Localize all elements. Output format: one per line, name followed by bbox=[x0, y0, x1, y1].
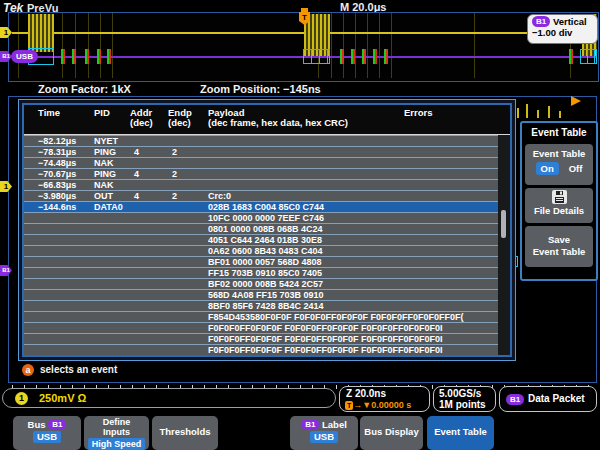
table-row[interactable]: −82.12μsNYET bbox=[24, 135, 498, 146]
bus-event-tick bbox=[107, 49, 111, 64]
bus-readout-box: B1 Data Packet bbox=[499, 386, 597, 412]
ch1-burst bbox=[28, 14, 54, 52]
knob-hint-text: selects an event bbox=[40, 364, 117, 375]
signal-transition-line bbox=[62, 13, 63, 78]
event-table-toggle-button[interactable]: Event Table OnOff bbox=[525, 144, 593, 185]
cell-endp: 2 bbox=[172, 147, 177, 157]
event-table-button[interactable]: Event Table bbox=[427, 416, 494, 450]
file-details-label: File Details bbox=[534, 205, 584, 216]
bus-display-button[interactable]: Bus Display bbox=[360, 416, 423, 450]
cell-time: −144.6ns bbox=[38, 202, 76, 212]
cell-payload: Crc:0 bbox=[208, 191, 496, 201]
zoomed-signal-spike bbox=[517, 108, 519, 118]
label-value: USB bbox=[310, 431, 338, 443]
table-row[interactable]: FF15 703B 0910 85C0 7405 bbox=[24, 267, 498, 278]
signal-transition-line bbox=[88, 13, 89, 78]
table-row[interactable]: −3.980μsOUT42Crc:0 bbox=[24, 190, 498, 201]
cell-pid: NYET bbox=[94, 136, 118, 146]
cell-addr: 4 bbox=[134, 147, 139, 157]
table-row[interactable]: F0F0F0FF0F0F0F F0F0F0FF0F0F0F F0F0F0FF0F… bbox=[24, 344, 498, 355]
table-row[interactable]: BF02 0000 008B 5424 2C57 bbox=[24, 278, 498, 289]
record-length-readout: 1M points bbox=[439, 399, 486, 410]
file-details-button[interactable]: File Details bbox=[525, 188, 593, 223]
channel-readout-box[interactable]: 1 250mV Ω bbox=[2, 388, 336, 408]
b1-badge: B1 bbox=[48, 419, 66, 430]
cell-pid: PING bbox=[94, 169, 116, 179]
signal-transition-line bbox=[367, 13, 368, 78]
bus-event-tick bbox=[340, 49, 344, 64]
cell-endp: 2 bbox=[172, 191, 177, 201]
zoomed-signal-spike bbox=[559, 111, 561, 118]
signal-transition-line bbox=[75, 13, 76, 78]
table-row[interactable]: BF01 0000 0057 568D 4808 bbox=[24, 256, 498, 267]
zoom-scale-readout: Z 20.0ns bbox=[346, 388, 386, 399]
toggle-off[interactable]: Off bbox=[569, 163, 583, 174]
side-menu-title: Event Table bbox=[522, 123, 596, 144]
signal-transition-line bbox=[331, 13, 332, 78]
bus-event-tick bbox=[351, 49, 355, 64]
table-row[interactable]: −78.31μsPING42 bbox=[24, 146, 498, 157]
vertical-value: −1.00 div bbox=[532, 27, 572, 38]
zoomed-signal-spike bbox=[537, 110, 539, 118]
sample-rate-readout: 5.00GS/s bbox=[439, 388, 481, 399]
cell-pid: NAK bbox=[94, 158, 114, 168]
cell-payload: 568D 4A08 FF15 703B 0910 bbox=[208, 290, 496, 300]
cell-payload: 10FC 0000 0000 7EEF C746 bbox=[208, 213, 496, 223]
col-header-addr: Addr(dec) bbox=[130, 108, 153, 128]
bus-event-tick bbox=[362, 49, 366, 64]
cell-addr: 4 bbox=[134, 191, 139, 201]
table-row[interactable]: 568D 4A08 FF15 703B 0910 bbox=[24, 289, 498, 300]
b1-badge: B1 bbox=[301, 419, 319, 430]
cell-payload: F0F0F0FF0F0F0F F0F0F0FF0F0F0F F0F0F0FF0F… bbox=[208, 345, 496, 355]
col-header-payload: Payload(dec frame, hex data, hex CRC) bbox=[208, 108, 348, 128]
cell-payload: BF02 0000 008B 5424 2C57 bbox=[208, 279, 496, 289]
cell-payload: F0F0F0FF0F0F0F F0F0F0FF0F0F0F F0F0F0FF0F… bbox=[208, 323, 496, 333]
vertical-label: Vertical bbox=[553, 16, 587, 27]
thresholds-button[interactable]: Thresholds bbox=[152, 416, 218, 450]
toggle-on[interactable]: On bbox=[536, 162, 559, 175]
col-header-pid: PID bbox=[94, 108, 110, 118]
define-inputs-value: High Speed bbox=[88, 438, 146, 450]
col-header-endp: Endp(dec) bbox=[168, 108, 192, 128]
bus-button[interactable]: Bus B1 USB bbox=[13, 416, 81, 450]
trigger-offscreen-arrow-icon bbox=[571, 96, 581, 106]
table-scrollbar[interactable] bbox=[501, 210, 506, 238]
table-row[interactable]: −74.48μsNAK bbox=[24, 157, 498, 168]
table-row[interactable]: 10FC 0000 0000 7EEF C746 bbox=[24, 212, 498, 223]
signal-transition-line bbox=[474, 13, 475, 78]
save-event-table-button[interactable]: SaveEvent Table bbox=[525, 226, 593, 267]
zoom-factor-readout: Zoom Factor: 1kX bbox=[38, 83, 131, 95]
oscilloscope-screen: Tek PreVu M 20.0μs USB T B1 Vertical −1.… bbox=[0, 0, 600, 450]
bus-event-tick bbox=[72, 49, 76, 64]
trigger-delay-readout: T→▼0.00000 s bbox=[345, 400, 411, 410]
table-row[interactable]: 4051 C644 2464 018B 30E8 bbox=[24, 234, 498, 245]
side-menu: Event Table Event Table OnOff File Detai… bbox=[520, 121, 598, 281]
table-row[interactable]: F854D453580F0F0F F0F0F0FF0F0F0F F0F0F0FF… bbox=[24, 311, 498, 322]
table-row[interactable]: 0A62 0600 8B43 0483 C404 bbox=[24, 245, 498, 256]
cell-time: −3.980μs bbox=[38, 191, 76, 201]
bus-event-tick bbox=[569, 49, 573, 64]
table-row[interactable]: −66.83μsNAK bbox=[24, 179, 498, 190]
define-inputs-button[interactable]: DefineInputs High Speed bbox=[84, 416, 149, 450]
bus-event-tick bbox=[97, 49, 101, 64]
cell-payload: 028B 1683 C004 85C0 C744 bbox=[208, 202, 496, 212]
cell-time: −78.31μs bbox=[38, 147, 76, 157]
table-row[interactable]: −144.6nsDATA0028B 1683 C004 85C0 C744 bbox=[24, 201, 498, 212]
col-header-errors: Errors bbox=[404, 108, 433, 118]
table-row[interactable]: 0801 0000 008B 068B 4C24 bbox=[24, 223, 498, 234]
table-row[interactable]: F0F0F0FF0F0F0F F0F0F0FF0F0F0F F0F0F0FF0F… bbox=[24, 333, 498, 344]
bus-event-tick bbox=[373, 49, 377, 64]
bus-event-tick bbox=[384, 49, 388, 64]
multipurpose-knob-a-icon: a bbox=[22, 364, 34, 376]
table-row[interactable]: −70.67μsPING42 bbox=[24, 168, 498, 179]
bus-event-tick bbox=[61, 49, 65, 64]
cell-payload: 4051 C644 2464 018B 30E8 bbox=[208, 235, 496, 245]
event-table-window: Time PID Addr(dec) Endp(dec) Payload(dec… bbox=[18, 99, 516, 361]
table-row[interactable]: 8BF0 85F6 7428 8B4C 2414 bbox=[24, 300, 498, 311]
table-row[interactable]: F0F0F0FF0F0F0F F0F0F0FF0F0F0F F0F0F0FF0F… bbox=[24, 322, 498, 333]
event-table-rows[interactable]: −82.12μsNYET−78.31μsPING42−74.48μsNAK−70… bbox=[24, 135, 510, 355]
cell-payload: 0801 0000 008B 068B 4C24 bbox=[208, 224, 496, 234]
cell-payload: F0F0F0FF0F0F0F F0F0F0FF0F0F0F F0F0F0FF0F… bbox=[208, 334, 496, 344]
label-button[interactable]: B1 Label USB bbox=[290, 416, 358, 450]
bus-data-readout: Data Packet bbox=[528, 393, 585, 404]
